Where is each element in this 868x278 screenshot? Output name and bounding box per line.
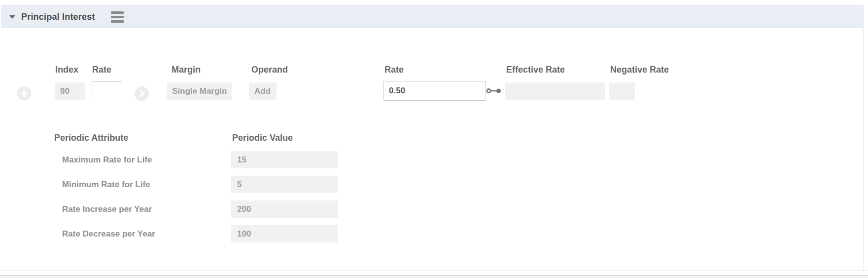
add-row-button[interactable] (17, 86, 31, 100)
rate2-label: Rate (384, 65, 404, 75)
next-section-edge (0, 275, 868, 278)
rate-label: Rate (92, 65, 111, 75)
index-field: 90 (55, 82, 85, 100)
negative-rate-label: Negative Rate (610, 65, 669, 75)
rate2-input[interactable] (383, 81, 486, 101)
section-title: Principal Interest (21, 12, 95, 22)
periodic-row-value: 100 (231, 225, 338, 242)
effective-rate-field (505, 82, 605, 100)
periodic-row-value: 15 (231, 151, 338, 168)
section-header[interactable]: Principal Interest (1, 5, 864, 28)
effective-rate-label: Effective Rate (506, 65, 565, 75)
periodic-attribute-header: Periodic Attribute (54, 133, 128, 143)
caret-down-icon[interactable] (9, 15, 15, 19)
section-divider (0, 271, 868, 271)
margin-field: Single Margin (167, 82, 232, 100)
margin-label: Margin (172, 65, 201, 75)
index-label: Index (55, 65, 78, 75)
chevron-right-icon (138, 89, 146, 98)
periodic-row-value: 5 (231, 176, 338, 193)
expand-row-button[interactable] (135, 86, 149, 101)
periodic-row-label: Minimum Rate for Life (62, 180, 150, 190)
periodic-row-value: 200 (231, 200, 338, 218)
negative-rate-field (609, 82, 635, 100)
periodic-row-label: Maximum Rate for Life (62, 155, 152, 165)
periodic-row-label: Rate Increase per Year (62, 204, 152, 214)
panel-right-border (864, 28, 864, 271)
periodic-value-header: Periodic Value (232, 133, 293, 143)
rate-input[interactable] (92, 81, 122, 100)
operand-field: Add (249, 82, 277, 100)
principal-interest-panel: Principal Interest Index Rate Margin Ope… (0, 0, 868, 278)
hamburger-icon[interactable] (111, 11, 124, 23)
plus-icon (20, 89, 28, 97)
operand-label: Operand (251, 65, 288, 75)
periodic-row-label: Rate Decrease per Year (62, 229, 155, 239)
key-icon[interactable] (486, 87, 502, 97)
